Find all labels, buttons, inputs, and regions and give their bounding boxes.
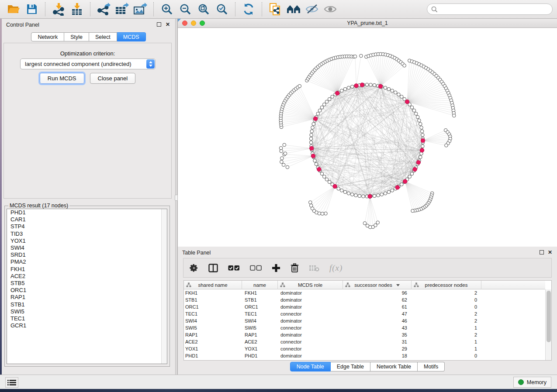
delete-columns-button[interactable] [291, 263, 299, 273]
namespace-icon [345, 282, 350, 288]
float-panel-icon[interactable] [157, 22, 161, 27]
table-row[interactable]: STB1STB1dominator620 [184, 296, 545, 303]
network-window-titlebar[interactable]: YPA_prune.txt_1 [178, 19, 557, 28]
zoom-in-button[interactable] [159, 2, 175, 17]
tab-node-table[interactable]: Node Table [290, 362, 331, 371]
combo-stepper-icon [146, 59, 155, 69]
table-row[interactable]: TEC1TEC1connector472 [184, 310, 545, 317]
table-cell: 1 [412, 339, 481, 344]
table-cell: 96 [343, 290, 412, 296]
table-cell: 31 [343, 339, 412, 344]
add-column-button[interactable] [272, 264, 280, 272]
network-graph[interactable] [178, 28, 557, 247]
table-cell: 0 [412, 297, 481, 303]
search-input[interactable] [440, 6, 548, 12]
column-header-shared-name[interactable]: shared name [184, 281, 242, 289]
node-table-body[interactable]: FKH1FKH1dominator962STB1STB1dominator620… [184, 289, 545, 360]
mcds-result-item[interactable]: SWI4 [7, 244, 167, 251]
mcds-result-item[interactable]: TID3 [7, 230, 167, 237]
zoom-selected-button[interactable] [214, 2, 230, 17]
close-panel-button[interactable]: Close panel [90, 73, 136, 84]
split-view-button[interactable] [208, 264, 218, 272]
tab-motifs[interactable]: Motifs [418, 362, 445, 371]
zoom-fit-button[interactable] [196, 2, 211, 17]
memory-status-icon [518, 379, 524, 385]
mcds-result-item[interactable]: PMA2 [7, 258, 167, 265]
mcds-list-scrollbar[interactable] [161, 209, 167, 364]
table-row[interactable]: ACE2ACE2connector311 [184, 338, 545, 345]
import-table-button[interactable] [69, 2, 85, 17]
show-task-history-button[interactable] [5, 377, 18, 388]
new-network-from-selection-button[interactable] [267, 2, 283, 17]
tab-style[interactable]: Style [64, 32, 89, 41]
table-scrollbar[interactable] [545, 289, 551, 360]
column-header-mcds-role[interactable]: MCDS role [278, 281, 343, 289]
tab-mcds[interactable]: MCDS [117, 32, 146, 41]
import-network-button[interactable] [51, 2, 66, 17]
table-scrollbar-thumb[interactable] [547, 291, 551, 342]
mcds-result-item[interactable]: RAP1 [7, 294, 167, 301]
column-header-successor-nodes[interactable]: successor nodes [343, 281, 412, 289]
export-image-button[interactable] [132, 2, 148, 17]
table-cell: SWI4 [242, 318, 278, 323]
open-session-button[interactable] [6, 2, 21, 17]
zoom-out-icon [179, 3, 191, 15]
tab-select[interactable]: Select [89, 32, 117, 41]
zoom-out-button[interactable] [177, 2, 193, 17]
hide-selected-button[interactable] [304, 2, 320, 17]
mcds-result-list[interactable]: PHD1CAR1STP4TID3YOX1SWI4SRD1PMA2FKH1ACE2… [7, 209, 167, 364]
save-session-button[interactable] [24, 2, 40, 17]
table-row[interactable]: YOX1YOX1connector291 [184, 345, 545, 352]
column-header-predecessor-nodes[interactable]: predecessor nodes [412, 281, 481, 289]
float-panel-icon[interactable] [540, 250, 544, 254]
trash-icon [291, 263, 299, 273]
mcds-result-item[interactable]: CAR1 [7, 216, 167, 223]
run-mcds-button[interactable]: Run MCDS [40, 73, 84, 84]
tab-edge-table[interactable]: Edge Table [331, 362, 370, 371]
network-canvas[interactable] [178, 28, 557, 247]
tab-network-table[interactable]: Network Table [370, 362, 418, 371]
export-table-icon [115, 3, 129, 16]
table-row[interactable]: RAP1RAP1dominator352 [184, 331, 545, 338]
table-cell: 47 [343, 311, 412, 316]
mcds-result-item[interactable]: SWI5 [7, 308, 167, 315]
mcds-result-item[interactable]: STP4 [7, 223, 167, 230]
zoom-in-icon [161, 3, 173, 15]
table-row[interactable]: SWI4SWI4dominator462 [184, 317, 545, 324]
tab-network[interactable]: Network [31, 32, 64, 41]
table-row[interactable]: FKH1FKH1dominator962 [184, 289, 545, 296]
table-cell: connector [278, 339, 343, 344]
mcds-result-item[interactable]: STB1 [7, 301, 167, 308]
first-neighbors-button[interactable] [286, 2, 301, 17]
close-panel-icon[interactable]: ✕ [548, 249, 552, 255]
mcds-result-item[interactable]: STB5 [7, 280, 167, 287]
search-box[interactable] [427, 3, 553, 15]
show-eye-icon [324, 4, 337, 14]
control-panel-header: Control Panel ✕ [2, 19, 175, 30]
mcds-result-item[interactable]: ACE2 [7, 273, 167, 280]
mcds-result-item[interactable]: GCR1 [7, 322, 167, 329]
export-network-button[interactable] [96, 2, 111, 17]
table-cell: RAP1 [184, 332, 242, 337]
mcds-result-item[interactable]: PHD1 [7, 209, 167, 216]
deselect-all-rows-button[interactable] [250, 265, 262, 271]
show-all-button[interactable] [322, 2, 338, 17]
export-table-button[interactable] [114, 2, 130, 17]
column-header-name[interactable]: name [242, 281, 278, 289]
table-cell: connector [278, 346, 343, 351]
refresh-button[interactable] [241, 2, 256, 17]
close-panel-icon[interactable]: ✕ [166, 21, 170, 28]
mcds-result-item[interactable]: TEC1 [7, 315, 167, 322]
column-settings-button[interactable] [190, 264, 198, 272]
table-row[interactable]: ORC1ORC1dominator610 [184, 303, 545, 310]
optimization-criterion-select[interactable]: largest connected component (undirected) [20, 58, 156, 69]
table-row[interactable]: SWI5SWI5connector431 [184, 324, 545, 331]
mcds-result-item[interactable]: YOX1 [7, 237, 167, 244]
table-cell: 43 [343, 325, 412, 330]
memory-button[interactable]: Memory [513, 377, 551, 388]
mcds-result-item[interactable]: ORC1 [7, 287, 167, 294]
mcds-result-item[interactable]: SRD1 [7, 251, 167, 258]
mcds-result-item[interactable]: FKH1 [7, 266, 167, 273]
select-all-rows-button[interactable] [228, 265, 240, 271]
table-row[interactable]: PHD1PHD1dominator180 [184, 352, 545, 359]
